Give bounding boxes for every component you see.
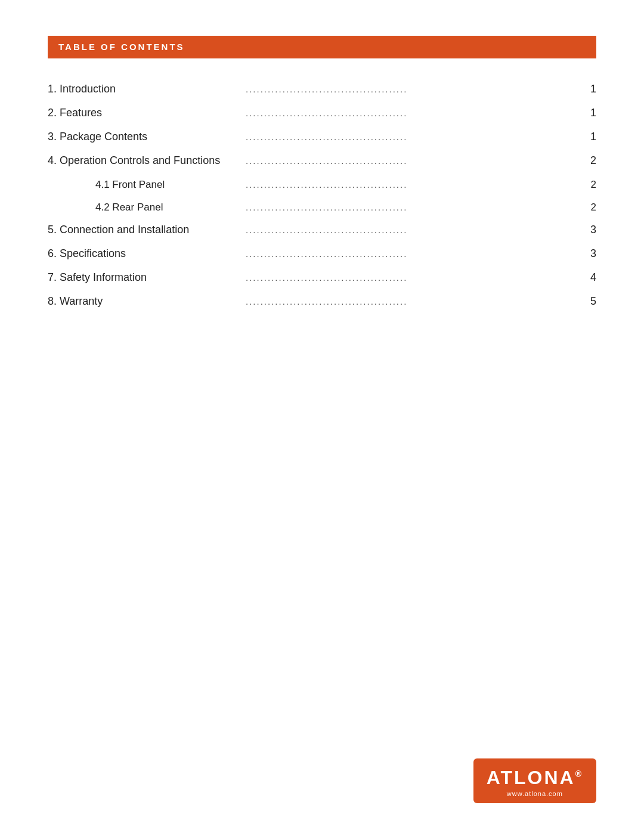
toc-item-4-2: 4.2 Rear Panel .........................… [48,200,596,215]
toc-label-6: 6. Specifications [48,247,239,260]
toc-item-5: 5. Connection and Installation .........… [48,223,596,237]
toc-page-2: 1 [578,107,596,119]
toc-label-5: 5. Connection and Installation [48,224,239,236]
toc-page-4-1: 2 [578,179,596,191]
toc-label-4-1: 4.1 Front Panel [95,179,239,191]
toc-label-4: 4. Operation Controls and Functions [48,154,239,167]
toc-dots-3: ........................................… [239,130,578,144]
toc-page-8: 5 [578,295,596,308]
atlona-url: www.atlona.com [507,790,563,797]
toc-label-4-2: 4.2 Rear Panel [95,202,239,213]
toc-dots-2: ........................................… [239,106,578,120]
toc-label-1: 1. Introduction [48,83,239,95]
toc-item-4-1: 4.1 Front Panel ........................… [48,178,596,192]
toc-item-7: 7. Safety Information ..................… [48,271,596,285]
atlona-logo: ATLONA® www.atlona.com [473,758,596,803]
toc-page-6: 3 [578,247,596,260]
brand-text: ATLONA [487,767,575,788]
toc-dots-5: ........................................… [239,223,578,237]
toc-page-1: 1 [578,83,596,95]
registered-symbol: ® [575,769,583,779]
toc-item-8: 8. Warranty ............................… [48,295,596,309]
page: TABLE OF CONTENTS 1. Introduction ......… [0,0,644,833]
toc-content: 1. Introduction ........................… [48,82,596,309]
toc-page-7: 4 [578,271,596,284]
toc-item-2: 2. Features ............................… [48,106,596,120]
toc-page-4: 2 [578,154,596,167]
toc-label-7: 7. Safety Information [48,271,239,284]
toc-dots-6: ........................................… [239,247,578,261]
atlona-brand-name: ATLONA® [487,767,583,789]
toc-item-1: 1. Introduction ........................… [48,82,596,97]
toc-label-2: 2. Features [48,107,239,119]
toc-dots-4-2: ........................................… [239,200,578,215]
toc-label-3: 3. Package Contents [48,131,239,143]
toc-label-8: 8. Warranty [48,295,239,308]
toc-item-6: 6. Specifications ......................… [48,247,596,261]
toc-dots-1: ........................................… [239,82,578,97]
toc-dots-8: ........................................… [239,295,578,309]
toc-page-4-2: 2 [578,202,596,213]
toc-item-3: 3. Package Contents ....................… [48,130,596,144]
header-title: TABLE OF CONTENTS [58,42,185,52]
toc-item-4: 4. Operation Controls and Functions ....… [48,154,596,168]
toc-dots-4-1: ........................................… [239,178,578,192]
toc-dots-4: ........................................… [239,154,578,168]
toc-page-3: 1 [578,131,596,143]
toc-dots-7: ........................................… [239,271,578,285]
table-of-contents-header: TABLE OF CONTENTS [48,36,596,58]
toc-page-5: 3 [578,224,596,236]
